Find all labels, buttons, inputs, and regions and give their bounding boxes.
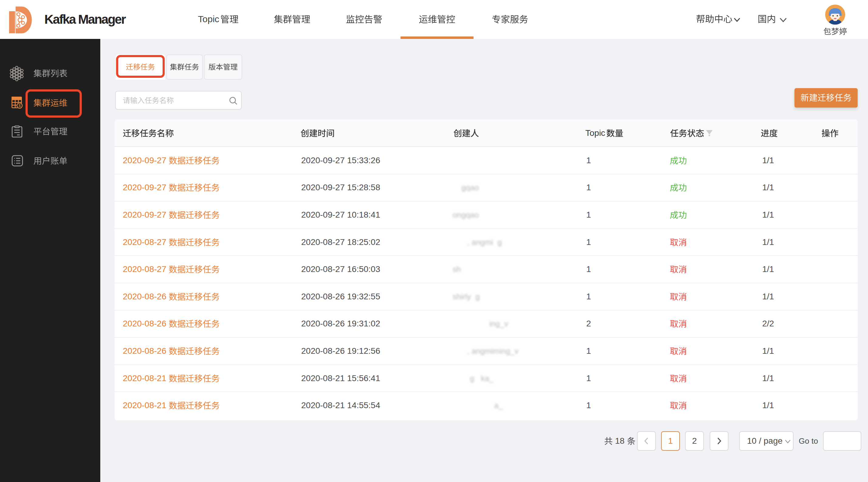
- svg-text:$: $: [19, 103, 21, 108]
